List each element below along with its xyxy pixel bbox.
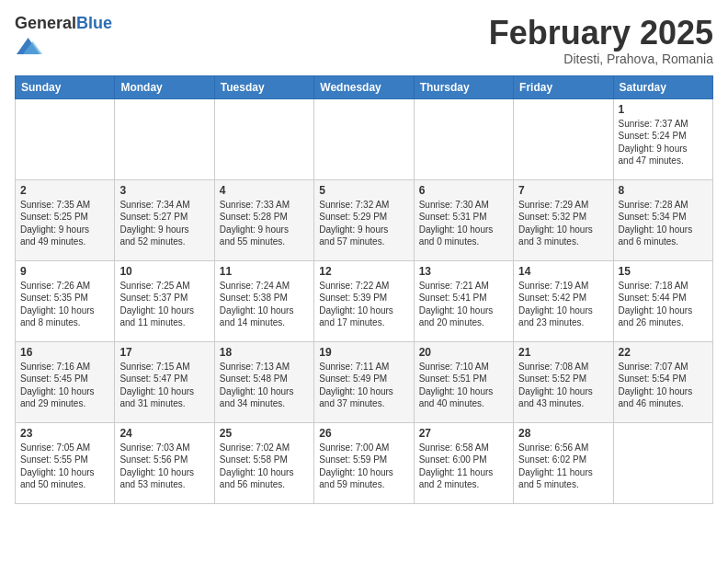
logo-icon (17, 33, 42, 59)
day-number: 27 (419, 427, 508, 440)
day-number: 16 (20, 346, 109, 359)
day-info: Sunrise: 7:35 AM Sunset: 5:25 PM Dayligh… (20, 199, 109, 248)
weekday-header-saturday: Saturday (613, 75, 712, 98)
calendar-cell: 18Sunrise: 7:13 AM Sunset: 5:48 PM Dayli… (214, 341, 313, 422)
location-subtitle: Ditesti, Prahova, Romania (489, 52, 713, 66)
day-number: 6 (419, 184, 508, 197)
calendar-cell (314, 98, 414, 179)
day-number: 11 (220, 265, 309, 278)
logo: GeneralBlue (15, 15, 112, 63)
day-info: Sunrise: 6:58 AM Sunset: 6:00 PM Dayligh… (419, 442, 508, 491)
day-info: Sunrise: 7:25 AM Sunset: 5:37 PM Dayligh… (119, 280, 209, 329)
day-info: Sunrise: 7:16 AM Sunset: 5:45 PM Dayligh… (20, 361, 109, 410)
calendar-cell: 27Sunrise: 6:58 AM Sunset: 6:00 PM Dayli… (414, 422, 513, 503)
calendar-week-2: 2Sunrise: 7:35 AM Sunset: 5:25 PM Daylig… (16, 179, 713, 260)
calendar-cell: 28Sunrise: 6:56 AM Sunset: 6:02 PM Dayli… (514, 422, 613, 503)
calendar-cell: 8Sunrise: 7:28 AM Sunset: 5:34 PM Daylig… (613, 179, 712, 260)
day-number: 15 (619, 265, 708, 278)
day-number: 18 (220, 346, 309, 359)
calendar-cell: 10Sunrise: 7:25 AM Sunset: 5:37 PM Dayli… (115, 260, 214, 341)
day-info: Sunrise: 7:00 AM Sunset: 5:59 PM Dayligh… (319, 442, 408, 491)
day-info: Sunrise: 7:34 AM Sunset: 5:27 PM Dayligh… (119, 199, 209, 248)
calendar-cell (613, 422, 712, 503)
calendar-cell (115, 98, 214, 179)
calendar-cell: 2Sunrise: 7:35 AM Sunset: 5:25 PM Daylig… (16, 179, 115, 260)
day-info: Sunrise: 7:37 AM Sunset: 5:24 PM Dayligh… (619, 118, 708, 167)
logo-general-text: General (15, 14, 76, 32)
calendar-cell: 9Sunrise: 7:26 AM Sunset: 5:35 PM Daylig… (16, 260, 115, 341)
day-info: Sunrise: 6:56 AM Sunset: 6:02 PM Dayligh… (518, 442, 608, 491)
day-number: 20 (419, 346, 508, 359)
calendar-cell: 22Sunrise: 7:07 AM Sunset: 5:54 PM Dayli… (613, 341, 712, 422)
calendar-cell (16, 98, 115, 179)
calendar-week-4: 16Sunrise: 7:16 AM Sunset: 5:45 PM Dayli… (16, 341, 713, 422)
month-year-title: February 2025 (489, 15, 713, 52)
weekday-header-friday: Friday (514, 75, 613, 98)
day-info: Sunrise: 7:13 AM Sunset: 5:48 PM Dayligh… (220, 361, 309, 410)
calendar-cell: 1Sunrise: 7:37 AM Sunset: 5:24 PM Daylig… (613, 98, 712, 179)
day-number: 5 (319, 184, 408, 197)
day-info: Sunrise: 7:28 AM Sunset: 5:34 PM Dayligh… (619, 199, 708, 248)
calendar-week-1: 1Sunrise: 7:37 AM Sunset: 5:24 PM Daylig… (16, 98, 713, 179)
day-number: 28 (518, 427, 608, 440)
day-number: 26 (319, 427, 408, 440)
day-number: 14 (518, 265, 608, 278)
calendar-cell: 7Sunrise: 7:29 AM Sunset: 5:32 PM Daylig… (514, 179, 613, 260)
calendar-cell: 12Sunrise: 7:22 AM Sunset: 5:39 PM Dayli… (314, 260, 414, 341)
calendar-cell: 23Sunrise: 7:05 AM Sunset: 5:55 PM Dayli… (16, 422, 115, 503)
calendar-cell: 5Sunrise: 7:32 AM Sunset: 5:29 PM Daylig… (314, 179, 414, 260)
weekday-header-row: SundayMondayTuesdayWednesdayThursdayFrid… (16, 75, 713, 98)
calendar-cell: 13Sunrise: 7:21 AM Sunset: 5:41 PM Dayli… (414, 260, 513, 341)
day-number: 7 (518, 184, 608, 197)
day-info: Sunrise: 7:15 AM Sunset: 5:47 PM Dayligh… (119, 361, 209, 410)
calendar-week-5: 23Sunrise: 7:05 AM Sunset: 5:55 PM Dayli… (16, 422, 713, 503)
day-info: Sunrise: 7:32 AM Sunset: 5:29 PM Dayligh… (319, 199, 408, 248)
calendar-cell: 4Sunrise: 7:33 AM Sunset: 5:28 PM Daylig… (214, 179, 313, 260)
day-info: Sunrise: 7:26 AM Sunset: 5:35 PM Dayligh… (20, 280, 109, 329)
day-info: Sunrise: 7:03 AM Sunset: 5:56 PM Dayligh… (119, 442, 209, 491)
day-info: Sunrise: 7:29 AM Sunset: 5:32 PM Dayligh… (518, 199, 608, 248)
calendar-cell: 21Sunrise: 7:08 AM Sunset: 5:52 PM Dayli… (514, 341, 613, 422)
weekday-header-thursday: Thursday (414, 75, 513, 98)
calendar-cell: 17Sunrise: 7:15 AM Sunset: 5:47 PM Dayli… (115, 341, 214, 422)
day-info: Sunrise: 7:19 AM Sunset: 5:42 PM Dayligh… (518, 280, 608, 329)
day-info: Sunrise: 7:18 AM Sunset: 5:44 PM Dayligh… (619, 280, 708, 329)
calendar-cell: 14Sunrise: 7:19 AM Sunset: 5:42 PM Dayli… (514, 260, 613, 341)
day-number: 21 (518, 346, 608, 359)
calendar-cell: 11Sunrise: 7:24 AM Sunset: 5:38 PM Dayli… (214, 260, 313, 341)
calendar-cell (214, 98, 313, 179)
calendar-week-3: 9Sunrise: 7:26 AM Sunset: 5:35 PM Daylig… (16, 260, 713, 341)
calendar-cell (414, 98, 513, 179)
day-info: Sunrise: 7:07 AM Sunset: 5:54 PM Dayligh… (619, 361, 708, 410)
logo-blue-text: Blue (76, 14, 112, 32)
day-number: 22 (619, 346, 708, 359)
weekday-header-wednesday: Wednesday (314, 75, 414, 98)
day-info: Sunrise: 7:02 AM Sunset: 5:58 PM Dayligh… (220, 442, 309, 491)
day-info: Sunrise: 7:10 AM Sunset: 5:51 PM Dayligh… (419, 361, 508, 410)
title-block: February 2025 Ditesti, Prahova, Romania (489, 15, 713, 66)
day-number: 24 (119, 427, 209, 440)
calendar-cell: 3Sunrise: 7:34 AM Sunset: 5:27 PM Daylig… (115, 179, 214, 260)
calendar-cell: 20Sunrise: 7:10 AM Sunset: 5:51 PM Dayli… (414, 341, 513, 422)
day-number: 25 (220, 427, 309, 440)
day-info: Sunrise: 7:22 AM Sunset: 5:39 PM Dayligh… (319, 280, 408, 329)
day-info: Sunrise: 7:08 AM Sunset: 5:52 PM Dayligh… (518, 361, 608, 410)
day-number: 17 (119, 346, 209, 359)
weekday-header-tuesday: Tuesday (214, 75, 313, 98)
calendar-cell: 6Sunrise: 7:30 AM Sunset: 5:31 PM Daylig… (414, 179, 513, 260)
day-number: 1 (619, 103, 708, 116)
weekday-header-monday: Monday (115, 75, 214, 98)
calendar-cell (514, 98, 613, 179)
weekday-header-sunday: Sunday (16, 75, 115, 98)
day-info: Sunrise: 7:05 AM Sunset: 5:55 PM Dayligh… (20, 442, 109, 491)
day-info: Sunrise: 7:24 AM Sunset: 5:38 PM Dayligh… (220, 280, 309, 329)
calendar-cell: 24Sunrise: 7:03 AM Sunset: 5:56 PM Dayli… (115, 422, 214, 503)
day-info: Sunrise: 7:33 AM Sunset: 5:28 PM Dayligh… (220, 199, 309, 248)
day-number: 10 (119, 265, 209, 278)
day-info: Sunrise: 7:30 AM Sunset: 5:31 PM Dayligh… (419, 199, 508, 248)
day-number: 8 (619, 184, 708, 197)
calendar-cell: 15Sunrise: 7:18 AM Sunset: 5:44 PM Dayli… (613, 260, 712, 341)
day-number: 13 (419, 265, 508, 278)
day-number: 2 (20, 184, 109, 197)
day-number: 23 (20, 427, 109, 440)
